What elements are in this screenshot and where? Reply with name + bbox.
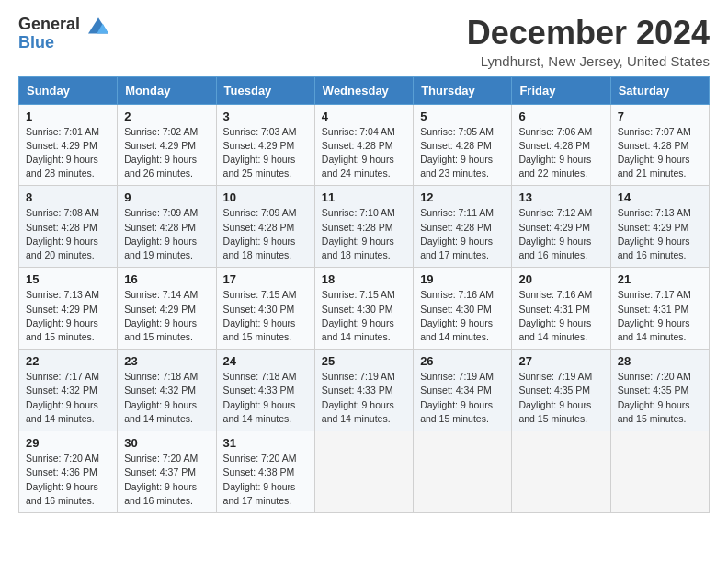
- table-cell: 15 Sunrise: 7:13 AM Sunset: 4:29 PM Dayl…: [19, 268, 118, 350]
- day-number: 10: [223, 190, 308, 204]
- col-monday: Monday: [118, 76, 216, 104]
- day-number: 3: [223, 109, 308, 123]
- day-number: 16: [124, 272, 209, 286]
- day-number: 23: [124, 354, 209, 368]
- table-cell: 26 Sunrise: 7:19 AM Sunset: 4:34 PM Dayl…: [414, 350, 512, 431]
- day-number: 15: [26, 272, 110, 286]
- day-info: Sunrise: 7:05 AM Sunset: 4:28 PM Dayligh…: [420, 125, 505, 181]
- table-cell: 8 Sunrise: 7:08 AM Sunset: 4:28 PM Dayli…: [19, 186, 118, 268]
- day-info: Sunrise: 7:04 AM Sunset: 4:28 PM Dayligh…: [322, 125, 406, 181]
- day-info: Sunrise: 7:16 AM Sunset: 4:31 PM Dayligh…: [518, 288, 603, 344]
- table-cell: 3 Sunrise: 7:03 AM Sunset: 4:29 PM Dayli…: [216, 104, 314, 186]
- day-number: 11: [322, 190, 406, 204]
- table-cell: 31 Sunrise: 7:20 AM Sunset: 4:38 PM Dayl…: [216, 431, 314, 513]
- day-number: 30: [124, 436, 209, 450]
- table-cell: 12 Sunrise: 7:11 AM Sunset: 4:28 PM Dayl…: [414, 186, 512, 268]
- day-info: Sunrise: 7:16 AM Sunset: 4:30 PM Dayligh…: [420, 288, 505, 344]
- calendar-table: Sunday Monday Tuesday Wednesday Thursday…: [18, 76, 710, 513]
- day-info: Sunrise: 7:13 AM Sunset: 4:29 PM Dayligh…: [26, 288, 110, 344]
- logo-text: General: [18, 15, 110, 35]
- title-block: December 2024 Lyndhurst, New Jersey, Uni…: [467, 15, 710, 69]
- day-number: 18: [322, 272, 406, 286]
- day-info: Sunrise: 7:06 AM Sunset: 4:28 PM Dayligh…: [518, 125, 603, 181]
- day-info: Sunrise: 7:20 AM Sunset: 4:36 PM Dayligh…: [26, 452, 110, 508]
- table-cell: 29 Sunrise: 7:20 AM Sunset: 4:36 PM Dayl…: [19, 431, 118, 513]
- table-cell: 16 Sunrise: 7:14 AM Sunset: 4:29 PM Dayl…: [118, 268, 216, 350]
- table-cell: 18 Sunrise: 7:15 AM Sunset: 4:30 PM Dayl…: [314, 268, 413, 350]
- table-cell: 17 Sunrise: 7:15 AM Sunset: 4:30 PM Dayl…: [216, 268, 314, 350]
- day-number: 14: [618, 190, 702, 204]
- day-info: Sunrise: 7:14 AM Sunset: 4:29 PM Dayligh…: [124, 288, 209, 344]
- day-number: 24: [223, 354, 308, 368]
- day-number: 12: [420, 190, 505, 204]
- col-friday: Friday: [512, 76, 610, 104]
- table-cell: 10 Sunrise: 7:09 AM Sunset: 4:28 PM Dayl…: [216, 186, 314, 268]
- table-cell: 14 Sunrise: 7:13 AM Sunset: 4:29 PM Dayl…: [610, 186, 709, 268]
- table-cell: 11 Sunrise: 7:10 AM Sunset: 4:28 PM Dayl…: [314, 186, 413, 268]
- day-number: 28: [618, 354, 702, 368]
- logo-blue: Blue: [18, 33, 110, 52]
- page: General Blue December 2024 Lyndhurst, Ne…: [0, 0, 728, 563]
- day-info: Sunrise: 7:10 AM Sunset: 4:28 PM Dayligh…: [322, 206, 406, 262]
- table-cell: [414, 431, 512, 513]
- day-info: Sunrise: 7:18 AM Sunset: 4:33 PM Dayligh…: [223, 370, 308, 426]
- day-info: Sunrise: 7:17 AM Sunset: 4:32 PM Dayligh…: [26, 370, 110, 426]
- day-info: Sunrise: 7:19 AM Sunset: 4:34 PM Dayligh…: [420, 370, 505, 426]
- table-cell: 7 Sunrise: 7:07 AM Sunset: 4:28 PM Dayli…: [610, 104, 709, 186]
- table-cell: [610, 431, 709, 513]
- day-number: 22: [26, 354, 110, 368]
- table-cell: 19 Sunrise: 7:16 AM Sunset: 4:30 PM Dayl…: [414, 268, 512, 350]
- day-info: Sunrise: 7:20 AM Sunset: 4:37 PM Dayligh…: [124, 452, 209, 508]
- table-cell: 27 Sunrise: 7:19 AM Sunset: 4:35 PM Dayl…: [512, 350, 610, 431]
- day-info: Sunrise: 7:12 AM Sunset: 4:29 PM Dayligh…: [518, 206, 603, 262]
- day-number: 29: [26, 436, 110, 450]
- table-cell: 2 Sunrise: 7:02 AM Sunset: 4:29 PM Dayli…: [118, 104, 216, 186]
- col-saturday: Saturday: [610, 76, 709, 104]
- day-info: Sunrise: 7:07 AM Sunset: 4:28 PM Dayligh…: [618, 125, 702, 181]
- day-number: 20: [518, 272, 603, 286]
- day-number: 13: [518, 190, 603, 204]
- day-info: Sunrise: 7:09 AM Sunset: 4:28 PM Dayligh…: [223, 206, 308, 262]
- col-wednesday: Wednesday: [314, 76, 413, 104]
- day-info: Sunrise: 7:19 AM Sunset: 4:35 PM Dayligh…: [518, 370, 603, 426]
- header: General Blue December 2024 Lyndhurst, Ne…: [18, 15, 710, 69]
- day-info: Sunrise: 7:20 AM Sunset: 4:38 PM Dayligh…: [223, 452, 308, 508]
- day-info: Sunrise: 7:13 AM Sunset: 4:29 PM Dayligh…: [618, 206, 702, 262]
- table-cell: 23 Sunrise: 7:18 AM Sunset: 4:32 PM Dayl…: [118, 350, 216, 431]
- table-cell: [314, 431, 413, 513]
- table-cell: 13 Sunrise: 7:12 AM Sunset: 4:29 PM Dayl…: [512, 186, 610, 268]
- day-number: 1: [26, 109, 110, 123]
- table-cell: 6 Sunrise: 7:06 AM Sunset: 4:28 PM Dayli…: [512, 104, 610, 186]
- header-row: Sunday Monday Tuesday Wednesday Thursday…: [19, 76, 710, 104]
- table-cell: 28 Sunrise: 7:20 AM Sunset: 4:35 PM Dayl…: [610, 350, 709, 431]
- col-tuesday: Tuesday: [216, 76, 314, 104]
- day-number: 27: [518, 354, 603, 368]
- day-number: 2: [124, 109, 209, 123]
- day-info: Sunrise: 7:15 AM Sunset: 4:30 PM Dayligh…: [223, 288, 308, 344]
- col-thursday: Thursday: [414, 76, 512, 104]
- day-number: 9: [124, 190, 209, 204]
- table-cell: 21 Sunrise: 7:17 AM Sunset: 4:31 PM Dayl…: [610, 268, 709, 350]
- day-info: Sunrise: 7:08 AM Sunset: 4:28 PM Dayligh…: [26, 206, 110, 262]
- table-cell: 22 Sunrise: 7:17 AM Sunset: 4:32 PM Dayl…: [19, 350, 118, 431]
- day-number: 4: [322, 109, 406, 123]
- logo-icon: [86, 15, 110, 35]
- table-cell: 20 Sunrise: 7:16 AM Sunset: 4:31 PM Dayl…: [512, 268, 610, 350]
- day-info: Sunrise: 7:11 AM Sunset: 4:28 PM Dayligh…: [420, 206, 505, 262]
- table-cell: 1 Sunrise: 7:01 AM Sunset: 4:29 PM Dayli…: [19, 104, 118, 186]
- day-number: 25: [322, 354, 406, 368]
- month-title: December 2024: [467, 15, 710, 52]
- logo: General Blue: [18, 15, 110, 52]
- day-info: Sunrise: 7:01 AM Sunset: 4:29 PM Dayligh…: [26, 125, 110, 181]
- table-cell: [512, 431, 610, 513]
- table-cell: 4 Sunrise: 7:04 AM Sunset: 4:28 PM Dayli…: [314, 104, 413, 186]
- day-number: 26: [420, 354, 505, 368]
- table-cell: 5 Sunrise: 7:05 AM Sunset: 4:28 PM Dayli…: [414, 104, 512, 186]
- table-cell: 25 Sunrise: 7:19 AM Sunset: 4:33 PM Dayl…: [314, 350, 413, 431]
- table-cell: 30 Sunrise: 7:20 AM Sunset: 4:37 PM Dayl…: [118, 431, 216, 513]
- day-info: Sunrise: 7:09 AM Sunset: 4:28 PM Dayligh…: [124, 206, 209, 262]
- day-info: Sunrise: 7:03 AM Sunset: 4:29 PM Dayligh…: [223, 125, 308, 181]
- day-info: Sunrise: 7:02 AM Sunset: 4:29 PM Dayligh…: [124, 125, 209, 181]
- col-sunday: Sunday: [19, 76, 118, 104]
- day-info: Sunrise: 7:19 AM Sunset: 4:33 PM Dayligh…: [322, 370, 406, 426]
